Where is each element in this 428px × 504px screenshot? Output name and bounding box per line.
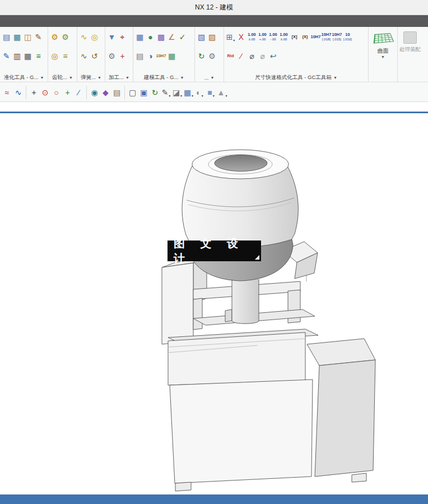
tolerance-limits-icon[interactable]: 1.00±.00: [278, 29, 289, 45]
ribbon-group-label-gc-data[interactable]: ...▼: [195, 73, 224, 82]
watermark-logo-icon: [255, 255, 259, 260]
settings-icon[interactable]: ⚙: [207, 48, 217, 64]
boxed-dim-icon[interactable]: [X]: [289, 29, 300, 45]
pen-icon[interactable]: ✎: [1, 48, 12, 64]
compression-spring-icon[interactable]: ∿: [78, 48, 89, 64]
ribbon-group-standards: ▤▦◫✎ ✎▥▦≡ 准化工具 - G...▼: [0, 27, 48, 82]
ribbon-group-label-springs[interactable]: 弹簧...▼: [77, 73, 105, 82]
icon-glyph: 1.00: [280, 33, 288, 37]
cone-icon[interactable]: ▲▾: [217, 85, 227, 100]
torsion-spring-icon[interactable]: ↺: [89, 48, 100, 64]
icon-glyph: ■: [207, 89, 212, 96]
dropdown-caret[interactable]: ▾: [202, 94, 203, 98]
fit-h7-limits-icon[interactable]: 10H7[.015]: [332, 29, 342, 45]
fit-h7-tol-icon[interactable]: 10H7[.018]: [321, 29, 332, 45]
dropdown-caret[interactable]: ▾: [169, 94, 170, 98]
pencil-tool-icon[interactable]: ✎▾: [161, 85, 171, 100]
studio-spline-icon[interactable]: ∿: [13, 85, 24, 100]
ribbon-group-label-modeling-tools[interactable]: 建模工具 - G...▼: [133, 73, 194, 82]
layout-icon[interactable]: ▦▾: [183, 85, 194, 100]
line-icon[interactable]: ∕: [73, 85, 84, 100]
dropdown-caret[interactable]: ▾: [233, 38, 235, 42]
check-icon[interactable]: ✓: [177, 29, 188, 45]
refresh-icon[interactable]: ↻: [196, 48, 207, 64]
plus-icon[interactable]: +: [62, 85, 73, 100]
dropdown-caret[interactable]: ▾: [192, 94, 193, 98]
fit-spline-icon[interactable]: ≈: [2, 85, 12, 100]
gem-icon[interactable]: ◆: [100, 85, 111, 100]
process-assembly-button[interactable]: 处理装配: [395, 31, 425, 53]
tolerance-plusminus-icon[interactable]: 1.00±.00: [246, 29, 257, 45]
icon-glyph: ✓: [179, 33, 186, 41]
ribbon-group-label-machining[interactable]: 加工...▼: [105, 73, 133, 82]
notebook-icon[interactable]: ▤: [111, 85, 122, 100]
ref-circle-icon[interactable]: ○: [51, 85, 62, 100]
rotate-view-icon[interactable]: ↻: [150, 85, 160, 100]
drill-icon[interactable]: ▼: [106, 29, 117, 45]
data-import-icon[interactable]: ▧: [196, 29, 207, 45]
icon-glyph: ≡: [36, 52, 40, 60]
return-icon[interactable]: ↩: [268, 48, 278, 64]
standard-parts-icon[interactable]: ▤: [1, 29, 12, 45]
dropdown-caret[interactable]: ▾: [213, 94, 215, 98]
icon-glyph: ◆: [103, 89, 109, 96]
spring-icon[interactable]: ∿: [78, 29, 89, 45]
gear-icon[interactable]: ⚙: [60, 29, 71, 45]
strike-dim-icon[interactable]: ∕: [236, 48, 246, 64]
dim-style-icon[interactable]: ⊞▾: [225, 29, 236, 45]
snapshot-icon[interactable]: ▣: [138, 85, 149, 100]
fit-h7-icon[interactable]: 10H7: [310, 29, 321, 45]
angle-measure-icon[interactable]: ∠: [166, 29, 177, 45]
surface-panel-button[interactable]: 曲面 ▼: [369, 27, 398, 82]
icon-glyph: ✎: [162, 89, 169, 96]
sphere-icon[interactable]: ●: [145, 29, 156, 45]
probe-icon[interactable]: +: [117, 48, 128, 64]
diameter-icon[interactable]: ⌀: [246, 48, 257, 64]
dropdown-caret[interactable]: ▾: [225, 94, 227, 98]
list-icon[interactable]: ≡: [33, 48, 44, 64]
ribbon-group-label-dim-format[interactable]: 尺寸快速格式化工具 - GC工具箱▼: [224, 73, 368, 82]
fit-tag-icon[interactable]: 10H7: [156, 48, 166, 64]
reference-dim-icon[interactable]: (X): [300, 29, 310, 45]
chevron-down-icon: ▼: [210, 76, 214, 80]
notes-icon[interactable]: ▤: [134, 48, 145, 64]
ribbon-group-label-gears[interactable]: 齿轮...▼: [48, 73, 77, 82]
stamp-icon[interactable]: ◫: [22, 29, 33, 45]
internal-gear-icon[interactable]: ◎: [49, 48, 60, 64]
tolerance-upper-icon[interactable]: 1.00+.00: [257, 29, 268, 45]
graphics-window[interactable]: 图 文 设 计: [0, 113, 428, 494]
remove-tolerance-icon[interactable]: X: [236, 29, 246, 45]
icon-glyph: 1.00: [269, 33, 277, 37]
sheet-icon[interactable]: ▥: [12, 48, 22, 64]
gear-pair-icon[interactable]: ⚙: [49, 29, 60, 45]
coil-icon[interactable]: ◎: [89, 29, 100, 45]
shaded-face-icon[interactable]: ◐▾: [194, 85, 205, 100]
erase-tool-icon[interactable]: ◪▾: [172, 85, 183, 100]
rid-icon[interactable]: Rid: [225, 48, 236, 64]
solid-cube-icon[interactable]: ■▾: [206, 85, 216, 100]
watermark-banner: 图 文 设 计: [168, 241, 261, 261]
icon-glyph: ▩: [157, 33, 165, 41]
mill-icon[interactable]: ⚙: [106, 48, 117, 64]
dropdown-caret[interactable]: ▾: [180, 94, 182, 98]
block-icon[interactable]: ▦: [134, 29, 145, 45]
icon-glyph: ◎: [51, 52, 58, 60]
point-icon[interactable]: +: [29, 85, 39, 100]
gear-rack-icon[interactable]: ≡: [60, 48, 71, 64]
half-view-icon[interactable]: ◑: [145, 48, 156, 64]
edit-note-icon[interactable]: ✎: [33, 29, 44, 45]
part-family-icon[interactable]: ▦: [12, 29, 22, 45]
window-select-icon[interactable]: ▢: [127, 85, 138, 100]
circle-center-icon[interactable]: ⊙: [40, 85, 50, 100]
grid-icon[interactable]: ▦: [166, 48, 177, 64]
data-export-icon[interactable]: ▨: [207, 29, 217, 45]
target-icon[interactable]: ⌖: [117, 29, 128, 45]
diameter-alt-icon[interactable]: ⌀: [257, 48, 268, 64]
surface-curve-icon[interactable]: ◉: [89, 85, 100, 100]
pattern-icon[interactable]: ▩: [156, 29, 166, 45]
table-icon[interactable]: ▦: [22, 48, 33, 64]
ribbon-group-label-standards[interactable]: 准化工具 - G...▼: [0, 73, 48, 82]
tolerance-lower-icon[interactable]: 1.00-.00: [268, 29, 278, 45]
fit-10-icon[interactable]: 10[.010]: [342, 29, 353, 45]
chevron-down-icon[interactable]: ▼: [381, 55, 385, 59]
